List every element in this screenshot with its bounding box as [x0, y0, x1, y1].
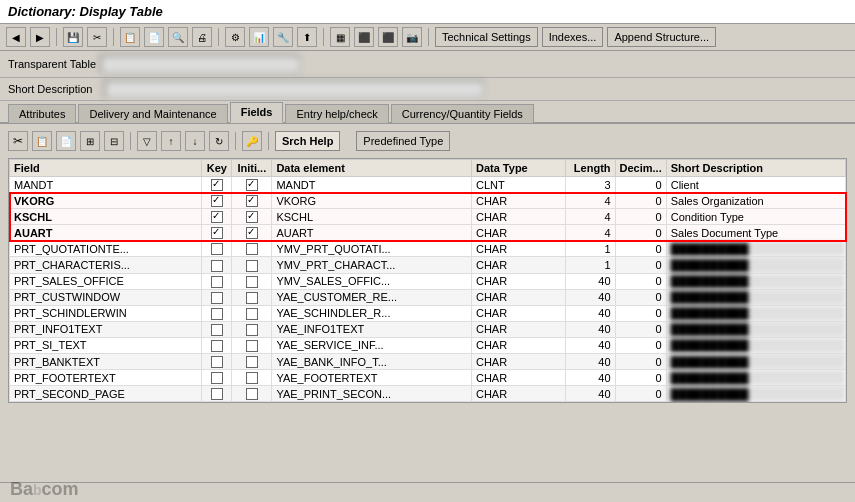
cell-short-desc: Client [666, 177, 845, 193]
insert-row-icon[interactable]: ⊞ [80, 131, 100, 151]
cell-field: KSCHL [10, 209, 202, 225]
print-button[interactable]: 🖨 [192, 27, 212, 47]
key-icon[interactable]: 🔑 [242, 131, 262, 151]
cell-field: PRT_BANKTEXT [10, 354, 202, 370]
table-row: MANDTMANDTCLNT30Client [10, 177, 846, 193]
cell-init[interactable] [232, 209, 272, 225]
delete-row-icon[interactable]: ⊟ [104, 131, 124, 151]
sep8 [268, 132, 269, 150]
cell-data-element: AUART [272, 225, 472, 241]
col-data-type: Data Type [471, 160, 565, 177]
srch-help-button[interactable]: Srch Help [275, 131, 340, 151]
tool-btn3[interactable]: ⬛ [378, 27, 398, 47]
settings-btn3[interactable]: 🔧 [273, 27, 293, 47]
cell-field: PRT_CUSTWINDOW [10, 289, 202, 305]
cell-key[interactable] [202, 273, 232, 289]
cell-init[interactable] [232, 337, 272, 353]
short-description-label: Short Description [8, 83, 92, 95]
tab-currency[interactable]: Currency/Quantity Fields [391, 104, 534, 123]
filter-icon[interactable]: ▽ [137, 131, 157, 151]
cell-short-desc: ██████████ [666, 257, 845, 273]
technical-settings-button[interactable]: Technical Settings [435, 27, 538, 47]
table-row: PRT_CUSTWINDOWYAE_CUSTOMER_RE...CHAR400█… [10, 289, 846, 305]
tool-btn2[interactable]: ⬛ [354, 27, 374, 47]
cell-short-desc: ██████████ [666, 305, 845, 321]
cell-init[interactable] [232, 354, 272, 370]
table-row: AUARTAUARTCHAR40Sales Document Type [10, 225, 846, 241]
short-description-input[interactable] [104, 80, 484, 98]
cell-field: PRT_SECOND_PAGE [10, 386, 202, 402]
cell-decim: 0 [615, 257, 666, 273]
cell-key[interactable] [202, 386, 232, 402]
forward-button[interactable]: ▶ [30, 27, 50, 47]
indexes-button[interactable]: Indexes... [542, 27, 604, 47]
cell-length: 1 [565, 257, 615, 273]
cell-key[interactable] [202, 177, 232, 193]
cell-init[interactable] [232, 193, 272, 209]
cell-init[interactable] [232, 273, 272, 289]
cell-key[interactable] [202, 257, 232, 273]
cell-init[interactable] [232, 241, 272, 257]
cell-init[interactable] [232, 177, 272, 193]
cell-length: 40 [565, 321, 615, 337]
cell-init[interactable] [232, 289, 272, 305]
col-data-element: Data element [272, 160, 472, 177]
content-area: ✂ 📋 📄 ⊞ ⊟ ▽ ↑ ↓ ↻ 🔑 Srch Help Predefined… [0, 124, 855, 407]
cell-key[interactable] [202, 337, 232, 353]
cell-key[interactable] [202, 241, 232, 257]
cell-init[interactable] [232, 386, 272, 402]
find-button[interactable]: 🔍 [168, 27, 188, 47]
tab-fields[interactable]: Fields [230, 102, 284, 123]
cell-data-element: YAE_SCHINDLER_R... [272, 305, 472, 321]
cell-short-desc: ██████████ [666, 337, 845, 353]
cell-decim: 0 [615, 354, 666, 370]
cell-init[interactable] [232, 225, 272, 241]
predefined-type-button[interactable]: Predefined Type [356, 131, 450, 151]
table-row: PRT_SALES_OFFICEYMV_SALES_OFFIC...CHAR40… [10, 273, 846, 289]
col-field: Field [10, 160, 202, 177]
table-wrapper: Field Key Initi... Data element Data Typ… [8, 158, 847, 403]
cell-decim: 0 [615, 241, 666, 257]
tab-entry-help[interactable]: Entry help/check [285, 104, 388, 123]
sort-desc-icon[interactable]: ↓ [185, 131, 205, 151]
settings-btn4[interactable]: ⬆ [297, 27, 317, 47]
tool-btn1[interactable]: ▦ [330, 27, 350, 47]
cell-init[interactable] [232, 370, 272, 386]
content-toolbar: ✂ 📋 📄 ⊞ ⊟ ▽ ↑ ↓ ↻ 🔑 Srch Help Predefined… [8, 128, 847, 154]
refresh-icon[interactable]: ↻ [209, 131, 229, 151]
back-button[interactable]: ◀ [6, 27, 26, 47]
cell-key[interactable] [202, 193, 232, 209]
watermark: Babcom [10, 479, 79, 500]
cell-key[interactable] [202, 289, 232, 305]
cell-init[interactable] [232, 257, 272, 273]
settings-btn2[interactable]: 📊 [249, 27, 269, 47]
cell-field: PRT_FOOTERTEXT [10, 370, 202, 386]
paste-button[interactable]: 📄 [144, 27, 164, 47]
col-init: Initi... [232, 160, 272, 177]
form-area: Transparent Table [0, 51, 855, 78]
cell-key[interactable] [202, 354, 232, 370]
cell-key[interactable] [202, 370, 232, 386]
tab-attributes[interactable]: Attributes [8, 104, 76, 123]
cell-length: 40 [565, 273, 615, 289]
copy-rows-icon[interactable]: 📋 [32, 131, 52, 151]
copy-button[interactable]: 📋 [120, 27, 140, 47]
sort-asc-icon[interactable]: ↑ [161, 131, 181, 151]
settings-btn1[interactable]: ⚙ [225, 27, 245, 47]
cell-init[interactable] [232, 305, 272, 321]
cell-key[interactable] [202, 225, 232, 241]
shortcut-button[interactable]: ✂ [87, 27, 107, 47]
cell-key[interactable] [202, 305, 232, 321]
append-structure-button[interactable]: Append Structure... [607, 27, 716, 47]
cell-key[interactable] [202, 321, 232, 337]
save-button[interactable]: 💾 [63, 27, 83, 47]
cell-init[interactable] [232, 321, 272, 337]
transparent-table-input[interactable] [100, 55, 300, 73]
cell-field: PRT_SCHINDLERWIN [10, 305, 202, 321]
paste-rows-icon[interactable]: 📄 [56, 131, 76, 151]
cut-icon[interactable]: ✂ [8, 131, 28, 151]
cell-key[interactable] [202, 209, 232, 225]
tab-delivery[interactable]: Delivery and Maintenance [78, 104, 227, 123]
cell-data-element: MANDT [272, 177, 472, 193]
tool-btn4[interactable]: 📷 [402, 27, 422, 47]
